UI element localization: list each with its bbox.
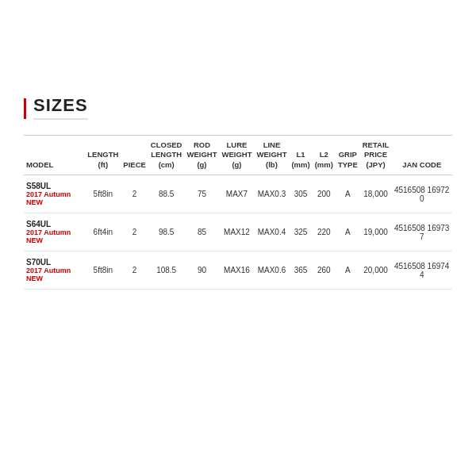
cell-rod-weight: 75 — [184, 175, 219, 213]
header-jan-code: JAN CODE — [391, 136, 452, 175]
cell-line-weight: MAX0.3 — [254, 175, 289, 213]
cell-retail-price: 18,000 — [360, 175, 392, 213]
cell-jan-code: 4516508 16972 0 — [391, 175, 452, 213]
cell-piece: 2 — [121, 175, 148, 213]
header-l1: L1(mm) — [289, 136, 312, 175]
cell-l2: 220 — [313, 213, 336, 251]
table-row: S64UL2017 Autumn NEW6ft4in298.585MAX12MA… — [24, 213, 452, 251]
cell-line-weight: MAX0.4 — [254, 213, 289, 251]
cell-lure-weight: MAX16 — [219, 251, 254, 290]
cell-length: 5ft8in — [85, 175, 121, 213]
cell-length: 6ft4in — [85, 213, 121, 251]
header-model: MODEL — [24, 136, 85, 175]
model-new-label: 2017 Autumn NEW — [26, 190, 83, 206]
cell-grip-type: A — [336, 213, 360, 251]
header-retail-price: RETAILPRICE(JPY) — [360, 136, 392, 175]
cell-l2: 200 — [313, 175, 336, 213]
model-name: S70UL — [26, 258, 83, 267]
sizes-table: MODEL LENGTH(ft) PIECE CLOSEDLENGTH(cm) … — [24, 135, 452, 290]
model-new-label: 2017 Autumn NEW — [26, 228, 83, 244]
table-header-row: MODEL LENGTH(ft) PIECE CLOSEDLENGTH(cm) … — [24, 136, 452, 175]
model-new-label: 2017 Autumn NEW — [26, 267, 83, 282]
header-closed-length: CLOSEDLENGTH(cm) — [148, 136, 185, 175]
cell-rod-weight: 90 — [184, 251, 219, 290]
cell-l2: 260 — [313, 251, 336, 290]
header-piece: PIECE — [121, 136, 148, 175]
cell-l1: 305 — [289, 175, 312, 213]
header-lure-weight: LUREWEIGHT(g) — [219, 136, 254, 175]
section-bar — [24, 98, 26, 119]
cell-grip-type: A — [336, 175, 360, 213]
cell-closed-length: 98.5 — [148, 213, 185, 251]
header-l2: L2(mm) — [313, 136, 336, 175]
cell-length: 5ft8in — [85, 251, 121, 290]
cell-model: S70UL2017 Autumn NEW — [24, 251, 85, 290]
cell-jan-code: 4516508 16974 4 — [391, 251, 452, 290]
cell-model: S58UL2017 Autumn NEW — [24, 175, 85, 213]
model-name: S64UL — [26, 220, 83, 228]
section-title: SIZES — [33, 95, 88, 120]
cell-model: S64UL2017 Autumn NEW — [24, 213, 85, 251]
page: SIZES MODEL LENGTH(ft) PIECE CLOSEDLENGT… — [0, 0, 476, 476]
model-name: S58UL — [26, 182, 83, 190]
cell-grip-type: A — [336, 251, 360, 290]
cell-piece: 2 — [121, 251, 148, 290]
header-line-weight: LINEWEIGHT(lb) — [254, 136, 289, 175]
header-length: LENGTH(ft) — [85, 136, 121, 175]
cell-line-weight: MAX0.6 — [254, 251, 289, 290]
cell-l1: 365 — [289, 251, 312, 290]
cell-rod-weight: 85 — [184, 213, 219, 251]
cell-retail-price: 19,000 — [360, 213, 392, 251]
cell-closed-length: 108.5 — [148, 251, 185, 290]
header-grip-type: GRIPTYPE — [336, 136, 360, 175]
cell-jan-code: 4516508 16973 7 — [391, 213, 452, 251]
header-rod-weight: RODWEIGHT(g) — [184, 136, 219, 175]
cell-l1: 325 — [289, 213, 312, 251]
cell-lure-weight: MAX7 — [219, 175, 254, 213]
cell-lure-weight: MAX12 — [219, 213, 254, 251]
table-row: S58UL2017 Autumn NEW5ft8in288.575MAX7MAX… — [24, 175, 452, 213]
cell-closed-length: 88.5 — [148, 175, 185, 213]
table-row: S70UL2017 Autumn NEW5ft8in2108.590MAX16M… — [24, 251, 452, 290]
cell-retail-price: 20,000 — [360, 251, 392, 290]
cell-piece: 2 — [121, 213, 148, 251]
